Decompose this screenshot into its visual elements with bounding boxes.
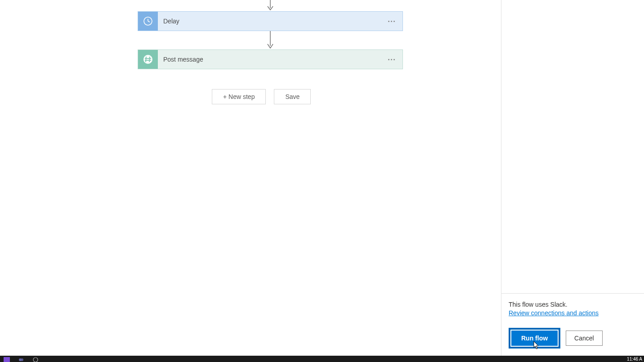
ellipsis-icon bbox=[388, 59, 395, 60]
svg-line-3 bbox=[148, 21, 150, 22]
save-button[interactable]: Save bbox=[274, 89, 311, 104]
taskbar-apps bbox=[0, 356, 40, 362]
new-step-button[interactable]: + New step bbox=[212, 89, 266, 104]
run-flow-highlight: Run flow bbox=[509, 328, 560, 349]
taskbar-app-icon[interactable] bbox=[18, 356, 26, 362]
panel-body bbox=[501, 0, 644, 293]
panel-buttons: Run flow Cancel bbox=[509, 328, 637, 349]
step-label: Delay bbox=[158, 12, 380, 31]
taskbar-clock[interactable]: 11:46 A bbox=[627, 357, 644, 362]
svg-line-6 bbox=[146, 57, 146, 62]
review-connections-link[interactable]: Review connections and actions bbox=[509, 309, 599, 317]
svg-point-5 bbox=[143, 55, 152, 64]
taskbar-app-icon[interactable] bbox=[32, 356, 40, 362]
hash-icon bbox=[138, 50, 158, 69]
taskbar-app-icon[interactable] bbox=[4, 356, 12, 362]
step-menu-button[interactable] bbox=[380, 50, 402, 69]
step-label: Post message bbox=[158, 50, 380, 69]
svg-point-13 bbox=[33, 358, 38, 362]
ellipsis-icon bbox=[388, 21, 395, 22]
flow-step-post-message[interactable]: Post message bbox=[138, 49, 403, 69]
svg-point-12 bbox=[21, 358, 23, 361]
cancel-button[interactable]: Cancel bbox=[566, 331, 603, 346]
step-menu-button[interactable] bbox=[380, 12, 402, 31]
connection-info-text: This flow uses Slack. bbox=[509, 301, 637, 308]
arrow-connector-icon bbox=[266, 31, 274, 51]
flow-steps-container: Delay Post message bbox=[0, 0, 501, 356]
flow-step-delay[interactable]: Delay bbox=[138, 11, 403, 31]
flow-action-buttons: + New step Save bbox=[212, 89, 311, 104]
run-flow-button[interactable]: Run flow bbox=[511, 331, 558, 346]
svg-line-7 bbox=[149, 57, 150, 62]
clock-icon bbox=[138, 12, 158, 31]
flow-canvas: Delay Post message bbox=[0, 0, 501, 356]
svg-rect-10 bbox=[4, 357, 10, 362]
windows-taskbar[interactable]: 11:46 A bbox=[0, 356, 644, 362]
run-flow-panel: This flow uses Slack. Review connections… bbox=[501, 0, 644, 356]
panel-footer: This flow uses Slack. Review connections… bbox=[501, 293, 644, 356]
